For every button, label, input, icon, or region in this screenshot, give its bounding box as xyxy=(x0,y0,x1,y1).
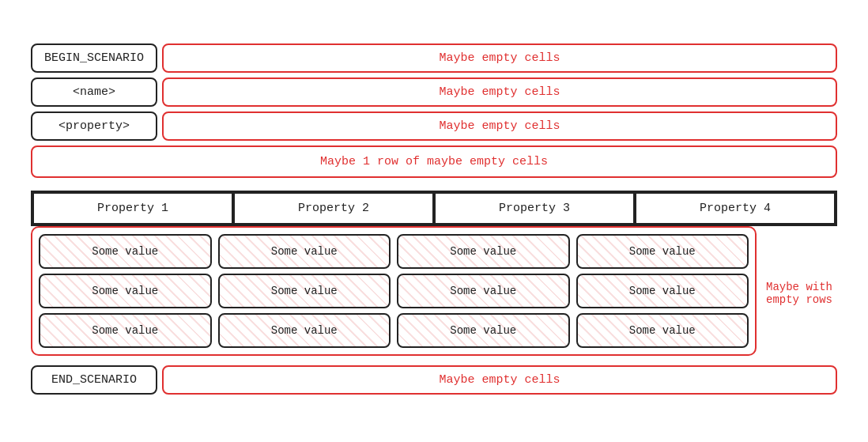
diagram: BEGIN_SCENARIO Maybe empty cells <name> … xyxy=(23,28,845,415)
property-value: Maybe empty cells xyxy=(162,111,837,141)
prop-header-1: Property 1 xyxy=(32,192,233,225)
begin-scenario-row: BEGIN_SCENARIO Maybe empty cells xyxy=(31,43,837,73)
prop-header-2: Property 2 xyxy=(233,192,434,225)
cell-r3-c1: Some value xyxy=(39,313,212,348)
cell-r1-c4: Some value xyxy=(576,234,749,269)
name-row: <name> Maybe empty cells xyxy=(31,77,837,107)
data-row-2: Some value Some value Some value Some va… xyxy=(39,274,749,308)
cell-r1-c2: Some value xyxy=(218,234,391,269)
property-label: <property> xyxy=(31,111,157,141)
name-label: <name> xyxy=(31,77,157,107)
cell-r1-c1: Some value xyxy=(39,234,212,269)
data-rows-container: Some value Some value Some value Some va… xyxy=(31,226,757,356)
side-label: Maybe with empty rows xyxy=(766,281,837,306)
end-scenario-value: Maybe empty cells xyxy=(162,365,837,395)
cell-r2-c3: Some value xyxy=(397,274,570,308)
begin-scenario-label: BEGIN_SCENARIO xyxy=(31,43,157,73)
begin-scenario-value: Maybe empty cells xyxy=(162,43,837,73)
data-row-1: Some value Some value Some value Some va… xyxy=(39,234,749,269)
cell-r1-c3: Some value xyxy=(397,234,570,269)
data-rows-wrapper: Some value Some value Some value Some va… xyxy=(31,226,837,361)
property-headers: Property 1 Property 2 Property 3 Propert… xyxy=(31,191,837,226)
prop-header-3: Property 3 xyxy=(434,192,635,225)
prop-header-4: Property 4 xyxy=(635,192,836,225)
cell-r2-c1: Some value xyxy=(39,274,212,308)
cell-r2-c2: Some value xyxy=(218,274,391,308)
cell-r3-c4: Some value xyxy=(576,313,749,348)
data-rows-content: Some value Some value Some value Some va… xyxy=(31,226,757,361)
cell-r3-c2: Some value xyxy=(218,313,391,348)
maybe-one-row: Maybe 1 row of maybe empty cells xyxy=(31,145,837,178)
property-row: <property> Maybe empty cells xyxy=(31,111,837,141)
end-scenario-row: END_SCENARIO Maybe empty cells xyxy=(31,365,837,395)
data-row-3: Some value Some value Some value Some va… xyxy=(39,313,749,348)
end-scenario-label: END_SCENARIO xyxy=(31,365,157,395)
name-value: Maybe empty cells xyxy=(162,77,837,107)
cell-r2-c4: Some value xyxy=(576,274,749,308)
cell-r3-c3: Some value xyxy=(397,313,570,348)
